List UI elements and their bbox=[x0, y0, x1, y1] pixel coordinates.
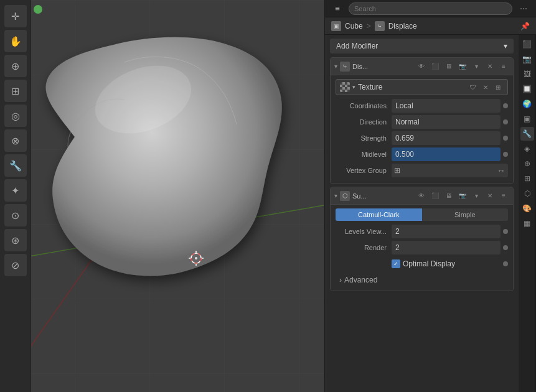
modifier-properties-icon[interactable]: 🔧 bbox=[520, 127, 534, 141]
direction-dot bbox=[503, 119, 508, 124]
simple-button[interactable]: Simple bbox=[422, 208, 509, 221]
subdivision-collapse-arrow[interactable]: ▾ bbox=[334, 192, 337, 199]
displace-modifier-block: ▾ ⤷ Dis... 👁 ⬛ 🖥 📷 ▾ ✕ ≡ ▾ bbox=[330, 57, 514, 184]
measure-tool-button[interactable]: ⊞ bbox=[4, 80, 27, 102]
constraints-properties-icon[interactable]: ⊞ bbox=[520, 172, 534, 185]
advanced-row[interactable]: › Advanced bbox=[336, 273, 508, 287]
funnel-tool-button[interactable]: ⊛ bbox=[4, 229, 27, 251]
wrench-tool-button[interactable]: 🔧 bbox=[4, 154, 27, 177]
left-toolbar: ✛ ✋ ⊕ ⊞ ◎ ⊗ 🔧 ✦ ⊙ ⊛ ⊘ bbox=[0, 0, 31, 392]
subdivision-modifier-body: Catmull-Clark Simple Levels View... Rend… bbox=[331, 205, 513, 291]
catmull-clark-button[interactable]: Catmull-Clark bbox=[336, 208, 422, 221]
modifier-breadcrumb-icon: ⤷ bbox=[375, 21, 385, 31]
panel-options-button[interactable]: ⋯ bbox=[516, 1, 531, 16]
optimal-display-row: ✓ Optimal Display bbox=[336, 257, 508, 271]
texture-checker-icon bbox=[340, 82, 350, 92]
render-levels-dot bbox=[503, 245, 508, 250]
subdivision-visibility-icon[interactable]: 👁 bbox=[416, 190, 427, 202]
texture-action-icons: 🛡 ✕ ⊞ bbox=[468, 82, 504, 93]
add-modifier-dropdown-arrow: ▾ bbox=[504, 42, 507, 50]
breadcrumb-separator: > bbox=[367, 22, 371, 30]
subdivision-modifier-header: ▾ ⬡ Su... 👁 ⬛ 🖥 📷 ▾ ✕ ≡ bbox=[331, 187, 513, 205]
midlevel-input[interactable] bbox=[392, 147, 501, 161]
transform-tool-button[interactable]: ◎ bbox=[4, 105, 27, 127]
subdivision-menu-button[interactable]: ≡ bbox=[498, 190, 509, 202]
viewport-wrapper: ✛ ✋ ⊕ ⊞ ◎ ⊗ 🔧 ✦ ⊙ ⊛ ⊘ bbox=[0, 0, 324, 392]
render-levels-label: Render bbox=[336, 244, 392, 251]
cursor-tool-button[interactable]: ✦ bbox=[4, 179, 27, 202]
optimal-display-field[interactable]: ✓ Optimal Display bbox=[392, 259, 501, 268]
loop-tool-button[interactable]: ⊙ bbox=[4, 204, 27, 226]
panel-top-bar: ≡ ⋯ bbox=[325, 0, 536, 17]
displace-dropdown-button[interactable]: ▾ bbox=[471, 61, 482, 72]
vertex-group-field[interactable]: ⊞ ↔ bbox=[392, 164, 508, 177]
subdivision-modifier-icon: ⬡ bbox=[340, 191, 350, 201]
displace-modifier-header: ▾ ⤷ Dis... 👁 ⬛ 🖥 📷 ▾ ✕ ≡ bbox=[331, 58, 513, 75]
subdivision-modifier-name: Su... bbox=[352, 192, 413, 200]
subdivision-edit-icon[interactable]: ⬛ bbox=[430, 190, 441, 202]
midlevel-label: Midlevel bbox=[336, 151, 392, 158]
displace-visibility-icon[interactable]: 👁 bbox=[416, 61, 427, 72]
data-properties-icon[interactable]: ⬡ bbox=[520, 187, 534, 200]
panel-menu-button[interactable]: ≡ bbox=[330, 1, 345, 16]
green-dot bbox=[34, 5, 42, 14]
subdivision-close-button[interactable]: ✕ bbox=[484, 190, 496, 202]
texture-expand-button[interactable]: ⊞ bbox=[492, 82, 504, 93]
material-properties-icon[interactable]: 🎨 bbox=[520, 202, 534, 215]
texture-label: Texture bbox=[358, 83, 465, 91]
particles-properties-icon[interactable]: ◈ bbox=[520, 142, 534, 156]
move-tool-button[interactable]: ✋ bbox=[4, 30, 27, 52]
texture-remove-button[interactable]: ✕ bbox=[480, 82, 491, 93]
displace-render-icon[interactable]: 🖥 bbox=[443, 61, 454, 72]
pin-button[interactable]: 📌 bbox=[520, 22, 530, 30]
world-properties-icon[interactable]: 🌍 bbox=[520, 97, 534, 111]
output-properties-icon[interactable]: 📷 bbox=[520, 52, 534, 66]
checker-tool-button[interactable]: ⊘ bbox=[4, 254, 27, 276]
modifier-name: Displace bbox=[388, 22, 417, 30]
add-tool-button[interactable]: ✛ bbox=[4, 5, 27, 27]
subdivision-dropdown-button[interactable]: ▾ bbox=[471, 190, 482, 202]
coordinates-dot bbox=[503, 103, 508, 108]
object-properties-icon[interactable]: ▣ bbox=[520, 112, 534, 126]
displace-camera-icon[interactable]: 📷 bbox=[457, 61, 468, 72]
add-modifier-button[interactable]: Add Modifier ▾ bbox=[330, 39, 514, 54]
texture-shield-icon[interactable]: 🛡 bbox=[468, 82, 479, 93]
smooth-tool-button[interactable]: ⊗ bbox=[4, 129, 27, 152]
strength-dot bbox=[503, 136, 508, 141]
panel-content: Add Modifier ▾ ▾ ⤷ Dis... 👁 ⬛ 🖥 📷 ▾ ✕ ≡ bbox=[325, 35, 519, 392]
properties-panel: ≡ ⋯ ▣ Cube > ⤷ Displace 📌 ⬛ 📷 🖼 🔲 🌍 ▣ 🔧 … bbox=[324, 0, 536, 392]
scene-properties-icon[interactable]: 🔲 bbox=[520, 82, 534, 96]
direction-label: Direction bbox=[336, 118, 392, 126]
midlevel-dot bbox=[503, 152, 508, 157]
render-levels-input[interactable] bbox=[392, 241, 501, 254]
displace-modifier-icon: ⤷ bbox=[340, 62, 350, 72]
subdivision-camera-icon[interactable]: 📷 bbox=[457, 190, 468, 202]
optimal-display-dot bbox=[503, 261, 508, 266]
physics-properties-icon[interactable]: ⊕ bbox=[520, 157, 534, 170]
view-layer-icon[interactable]: 🖼 bbox=[520, 67, 534, 81]
displace-edit-icon[interactable]: ⬛ bbox=[430, 61, 441, 72]
viewport-scene bbox=[0, 0, 324, 392]
direction-dropdown[interactable]: Normal X Y Z RGB to XYZ bbox=[392, 115, 501, 129]
vertex-group-row: Vertex Group ⊞ ↔ bbox=[336, 164, 508, 177]
levels-viewport-input[interactable] bbox=[392, 225, 501, 238]
displace-close-button[interactable]: ✕ bbox=[484, 61, 496, 72]
optimal-display-checkbox[interactable]: ✓ bbox=[392, 259, 400, 268]
coordinates-dropdown[interactable]: Local Global UV bbox=[392, 99, 501, 113]
strength-input[interactable] bbox=[392, 131, 501, 145]
texture-selector-row[interactable]: ▾ Texture 🛡 ✕ ⊞ bbox=[336, 79, 508, 95]
advanced-arrow: › bbox=[339, 276, 342, 284]
shading-properties-icon[interactable]: ▦ bbox=[520, 217, 534, 230]
advanced-label: Advanced bbox=[344, 276, 377, 284]
side-icon-strip: ⬛ 📷 🖼 🔲 🌍 ▣ 🔧 ◈ ⊕ ⊞ ⬡ 🎨 ▦ bbox=[519, 35, 536, 392]
displace-menu-button[interactable]: ≡ bbox=[498, 61, 509, 72]
render-properties-icon[interactable]: ⬛ bbox=[520, 37, 534, 51]
direction-row: Direction Normal X Y Z RGB to XYZ bbox=[336, 115, 508, 129]
annotate-tool-button[interactable]: ⊕ bbox=[4, 55, 27, 77]
properties-search-input[interactable] bbox=[349, 2, 512, 15]
coordinates-label: Coordinates bbox=[336, 102, 392, 110]
displace-collapse-arrow[interactable]: ▾ bbox=[334, 63, 337, 70]
subdivision-type-row: Catmull-Clark Simple bbox=[336, 208, 508, 221]
subdivision-render-icon[interactable]: 🖥 bbox=[443, 190, 454, 202]
levels-viewport-label: Levels View... bbox=[336, 228, 392, 235]
